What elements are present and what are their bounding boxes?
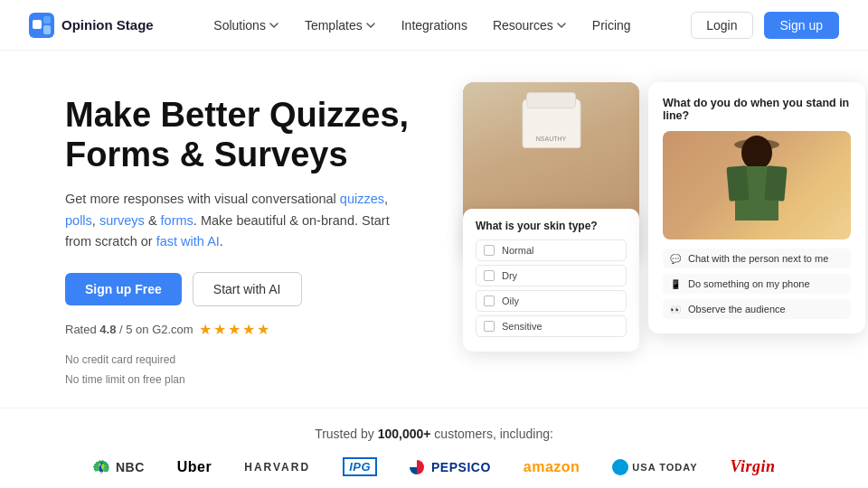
hero-rating: Rated 4.8 / 5 on G2.com ★ ★ ★ ★ ★ [65,321,445,338]
skin-type-question: What is your skin type? [476,220,627,232]
nav-solutions[interactable]: Solutions [213,18,279,33]
hero-subtitle: Get more responses with visual conversat… [65,189,391,252]
chat-icon: 💬 [670,254,681,264]
logo-amazon: amazon [524,459,580,475]
trusted-text: Trusted by 100,000+ customers, including… [29,427,839,441]
navbar: Opinion Stage Solutions Templates Integr… [0,0,868,51]
trusted-count: 100,000+ [378,427,431,441]
logo-bar: 🦚 NBC Uber HARVARD IPG PEPSICO amazon US… [29,457,839,476]
nav-resources[interactable]: Resources [493,18,567,33]
svg-rect-1 [33,20,42,29]
nav-links: Solutions Templates Integrations Resourc… [213,18,630,33]
star-4: ★ [242,321,255,338]
checkbox-sensitive [484,321,495,332]
option-dry[interactable]: Dry [476,265,627,286]
nav-templates[interactable]: Templates [305,18,376,33]
start-with-ai-button[interactable]: Start with AI [193,272,302,306]
logo-uber: Uber [177,459,212,475]
logo-icon [29,13,54,38]
logo-virgin: Virgin [731,457,776,476]
star-5: ★ [257,321,269,338]
surveys-link[interactable]: surveys [99,213,145,228]
note-no-time-limit: No time limit on free plan [65,371,445,390]
observe-icon: 👀 [670,305,681,314]
logo-pepsico: PEPSICO [410,460,491,474]
star-rating: ★ ★ ★ ★ ★ [199,321,269,338]
note-no-credit-card: No credit card required [65,351,445,371]
hero-buttons: Sign up Free Start with AI [65,272,445,306]
trusted-section: Trusted by 100,000+ customers, including… [0,408,868,488]
skin-type-quiz-panel: What is your skin type? Normal Dry Oily … [463,209,639,352]
login-button[interactable]: Login [691,12,752,39]
answer-phone[interactable]: 📱 Do something on my phone [663,274,851,294]
forms-link[interactable]: forms [161,213,193,228]
hero-right: NSAUTHY What is your skin type? Normal D… [463,82,825,317]
chevron-down-icon [556,20,567,31]
star-1: ★ [199,321,212,338]
signup-button[interactable]: Sign up [764,12,839,39]
logo[interactable]: Opinion Stage [29,13,154,38]
hero-left: Make Better Quizzes, Forms & Surveys Get… [65,87,445,389]
chevron-down-icon [365,20,376,31]
option-normal[interactable]: Normal [476,239,627,261]
hero-section: Make Better Quizzes, Forms & Surveys Get… [0,51,868,408]
option-sensitive[interactable]: Sensitive [476,315,627,337]
star-2: ★ [213,321,226,338]
checkbox-dry [484,270,495,281]
in-line-image [663,131,851,239]
answer-chat[interactable]: 💬 Chat with the person next to me [663,249,851,268]
checkbox-oily [484,296,495,306]
star-3: ★ [228,321,241,338]
in-line-question: What do you do when you stand in line? [663,97,851,122]
logo-harvard: HARVARD [244,461,310,474]
phone-icon: 📱 [670,279,681,289]
checkbox-normal [484,245,495,256]
in-line-quiz-card: What do you do when you stand in line? 💬… [648,82,865,333]
logo-ipg: IPG [343,457,377,476]
option-oily[interactable]: Oily [476,290,627,312]
logo-text: Opinion Stage [61,17,154,33]
chevron-down-icon [269,20,279,31]
pepsico-dot [410,460,424,474]
hero-notes: No credit card required No time limit on… [65,351,445,389]
quiz-answers: 💬 Chat with the person next to me 📱 Do s… [663,249,851,319]
signup-free-button[interactable]: Sign up Free [65,273,182,305]
logo-nbc: 🦚 NBC [92,458,144,475]
usatoday-dot-icon [612,459,628,475]
logo-usatoday: USA TODAY [612,459,697,475]
svg-rect-3 [43,25,51,34]
nav-pricing[interactable]: Pricing [592,18,631,33]
answer-observe[interactable]: 👀 Observe the audience [663,299,851,319]
svg-rect-2 [43,16,51,23]
fast-ai-link[interactable]: fast with AI [156,234,220,249]
polls-link[interactable]: polls [65,213,92,228]
nav-integrations[interactable]: Integrations [401,18,467,33]
quizzes-link[interactable]: quizzes [340,192,384,206]
hero-title: Make Better Quizzes, Forms & Surveys [65,96,445,174]
rating-text: Rated 4.8 / 5 on G2.com [65,323,193,336]
nav-actions: Login Sign up [691,12,839,39]
peacock-icon: 🦚 [92,458,111,475]
